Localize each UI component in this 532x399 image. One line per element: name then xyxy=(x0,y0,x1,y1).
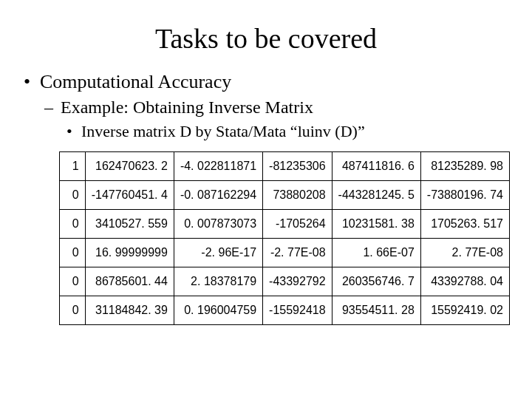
cell: -4. 022811871 xyxy=(174,152,262,181)
bullet-level-1: Computational Accuracy xyxy=(22,71,510,93)
cell: 0 xyxy=(60,210,86,239)
cell: 260356746. 7 xyxy=(332,267,420,296)
cell: 0. 007873073 xyxy=(174,210,262,239)
cell: 81235289. 98 xyxy=(420,152,509,181)
cell: 10231581. 38 xyxy=(332,210,420,239)
table-row: 0 -147760451. 4 -0. 087162294 73880208 -… xyxy=(60,181,510,210)
inverse-matrix-table: 1 162470623. 2 -4. 022811871 -81235306 4… xyxy=(59,151,510,325)
cell: 1 xyxy=(60,152,86,181)
table-row: 0 3410527. 559 0. 007873073 -1705264 102… xyxy=(60,210,510,239)
cell: 93554511. 28 xyxy=(332,296,420,325)
cell: 0. 196004759 xyxy=(174,296,262,325)
cell: 1705263. 517 xyxy=(420,210,509,239)
cell: -0. 087162294 xyxy=(174,181,262,210)
table-row: 0 31184842. 39 0. 196004759 -15592418 93… xyxy=(60,296,510,325)
cell: 162470623. 2 xyxy=(85,152,174,181)
table-row: 1 162470623. 2 -4. 022811871 -81235306 4… xyxy=(60,152,510,181)
cell: -147760451. 4 xyxy=(85,181,174,210)
cell: 0 xyxy=(60,239,86,267)
cell: -1705264 xyxy=(263,210,332,239)
cell: -443281245. 5 xyxy=(332,181,420,210)
cell: -2. 96E-17 xyxy=(174,239,262,267)
bullet-level-3: Inverse matrix D by Stata/Mata “luinv (D… xyxy=(22,122,510,141)
cell: -73880196. 74 xyxy=(420,181,509,210)
cell: -2. 77E-08 xyxy=(263,239,332,267)
table-row: 0 16. 99999999 -2. 96E-17 -2. 77E-08 1. … xyxy=(60,239,510,267)
cell: 31184842. 39 xyxy=(85,296,174,325)
cell: -43392792 xyxy=(263,267,332,296)
cell: -15592418 xyxy=(263,296,332,325)
cell: 3410527. 559 xyxy=(85,210,174,239)
cell: 487411816. 6 xyxy=(332,152,420,181)
cell: 16. 99999999 xyxy=(85,239,174,267)
cell: -81235306 xyxy=(263,152,332,181)
cell: 0 xyxy=(60,296,86,325)
cell: 0 xyxy=(60,181,86,210)
cell: 86785601. 44 xyxy=(85,267,174,296)
cell: 0 xyxy=(60,267,86,296)
slide: Tasks to be covered Computational Accura… xyxy=(0,0,532,399)
table-row: 0 86785601. 44 2. 18378179 -43392792 260… xyxy=(60,267,510,296)
cell: 15592419. 02 xyxy=(420,296,509,325)
page-title: Tasks to be covered xyxy=(22,22,510,55)
bullet-level-2: Example: Obtaining Inverse Matrix xyxy=(22,98,510,117)
cell: 2. 77E-08 xyxy=(420,239,509,267)
cell: 1. 66E-07 xyxy=(332,239,420,267)
cell: 2. 18378179 xyxy=(174,267,262,296)
bullet-list: Computational Accuracy Example: Obtainin… xyxy=(22,71,510,141)
cell: 43392788. 04 xyxy=(420,267,509,296)
cell: 73880208 xyxy=(263,181,332,210)
